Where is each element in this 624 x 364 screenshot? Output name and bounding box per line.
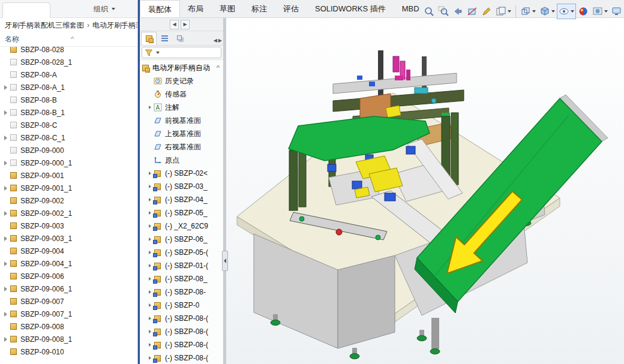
file-list-item[interactable]: SBZP-09-002 xyxy=(0,194,137,207)
file-list-item[interactable]: SBZP-09-000_1 xyxy=(0,157,137,169)
expand-caret-icon[interactable] xyxy=(4,211,7,216)
feature-tree-component[interactable]: (-) SBZP-06_ xyxy=(140,233,223,246)
expand-caret-icon[interactable] xyxy=(149,185,151,188)
file-list-item[interactable]: SBZP-09-006_1 xyxy=(0,282,137,295)
feature-tree-component[interactable]: (-) SBZP-08- xyxy=(140,285,223,299)
file-list-item[interactable]: SBZP-08-028_1 xyxy=(0,56,137,68)
3d-viewport-scene[interactable] xyxy=(224,18,624,364)
expand-caret-icon[interactable] xyxy=(149,224,151,228)
tab-scroll-right-button[interactable]: ▶ xyxy=(218,38,222,43)
tab-annotate[interactable]: 标注 xyxy=(244,0,275,17)
file-list-item[interactable]: SBZP-09-004_1 xyxy=(0,257,137,270)
expand-caret-icon[interactable] xyxy=(149,343,151,347)
expand-caret-icon[interactable] xyxy=(4,136,7,140)
feature-tree-component[interactable]: (-) SBZP-02< xyxy=(140,167,223,180)
zoom-to-area-button[interactable] xyxy=(436,4,451,19)
feature-tree-item[interactable]: 历史记录 xyxy=(140,74,223,88)
expand-caret-icon[interactable] xyxy=(149,317,151,320)
hide-show-items-button[interactable] xyxy=(557,4,576,19)
expand-caret-icon[interactable] xyxy=(149,277,151,281)
expand-caret-icon[interactable] xyxy=(149,211,151,215)
file-list-item[interactable]: SBZP-09-008 xyxy=(0,320,137,333)
panel-collapse-handle[interactable] xyxy=(222,251,228,271)
feature-tree-component[interactable]: (-) SBZP-08-( xyxy=(140,351,223,364)
dynamic-annotation-button[interactable] xyxy=(479,4,494,19)
expand-caret-icon[interactable] xyxy=(149,330,151,333)
feature-tree-item[interactable]: A注解 xyxy=(140,101,223,114)
expand-caret-icon[interactable] xyxy=(149,303,151,307)
feature-tree-item[interactable]: 上视基准面 xyxy=(140,127,223,140)
file-list-item[interactable]: SBZP-08-B_1 xyxy=(0,106,137,119)
organize-button[interactable]: 组织 xyxy=(90,0,119,18)
expand-caret-icon[interactable] xyxy=(4,287,7,291)
feature-tree-component[interactable]: (-) SBZP-01-( xyxy=(140,259,223,272)
feature-tree-item[interactable]: 原点 xyxy=(140,154,223,167)
graphics-area[interactable] xyxy=(224,18,624,364)
apply-scene-button[interactable] xyxy=(590,4,610,19)
tree-scroll-up-icon[interactable]: ^ xyxy=(217,64,220,71)
expand-caret-icon[interactable] xyxy=(4,337,7,342)
feature-tree-component[interactable]: (-) SBZP-08-( xyxy=(140,325,223,338)
expand-caret-icon[interactable] xyxy=(149,290,151,294)
tab-addins[interactable]: SOLIDWORKS 插件 xyxy=(307,0,394,17)
tab-layout[interactable]: 布局 xyxy=(180,0,212,17)
panel-splitter[interactable] xyxy=(224,18,226,364)
file-list-item[interactable]: SBZP-09-001_1 xyxy=(0,182,137,194)
view-orientation-button[interactable] xyxy=(518,4,538,19)
panel-back-button[interactable]: ◀ xyxy=(170,20,179,29)
expand-caret-icon[interactable] xyxy=(4,186,7,191)
file-list-item[interactable]: SBZP-09-003 xyxy=(0,219,137,232)
expand-caret-icon[interactable] xyxy=(149,106,151,109)
breadcrumb-folder[interactable]: 牙刷手柄装配机三维套图 xyxy=(5,20,84,31)
expand-caret-icon[interactable] xyxy=(149,251,151,254)
tab-scroll-left-button[interactable]: ◀ xyxy=(214,38,217,43)
name-column-header[interactable]: 名称 ^ xyxy=(0,32,137,47)
feature-tree-root[interactable]: 电动牙刷手柄自动 ^ xyxy=(140,61,223,74)
file-list-item[interactable]: SBZP-09-003_1 xyxy=(0,232,137,245)
expand-caret-icon[interactable] xyxy=(149,237,151,241)
feature-tree-component[interactable]: (-) SBZP-08-( xyxy=(140,338,223,351)
previous-view-button[interactable] xyxy=(451,4,465,19)
zoom-to-fit-button[interactable] xyxy=(422,4,436,19)
tab-configuration-manager[interactable] xyxy=(172,32,188,45)
expand-caret-icon[interactable] xyxy=(4,85,7,90)
tree-filter-input[interactable] xyxy=(142,47,221,58)
expand-caret-icon[interactable] xyxy=(4,312,7,317)
expand-caret-icon[interactable] xyxy=(149,264,151,267)
expand-caret-icon[interactable] xyxy=(4,261,7,266)
file-list-item[interactable]: SBZP-08-A xyxy=(0,68,137,81)
view-settings-button[interactable] xyxy=(610,4,624,19)
breadcrumb-current[interactable]: 电动牙刷手柄装 xyxy=(92,20,137,31)
feature-tree-component[interactable]: (-) _X2_62C9 xyxy=(140,219,223,233)
expand-caret-icon[interactable] xyxy=(149,198,151,201)
expand-caret-icon[interactable] xyxy=(4,161,7,166)
feature-tree-item[interactable]: 右视基准面 xyxy=(140,140,223,154)
tab-sketch[interactable]: 草图 xyxy=(212,0,244,17)
file-list-item[interactable]: SBZP-08-A_1 xyxy=(0,81,137,94)
feature-tree-item[interactable]: 传感器 xyxy=(140,88,223,101)
file-list-item[interactable]: SBZP-08-C_1 xyxy=(0,131,137,144)
expand-caret-icon[interactable] xyxy=(4,236,7,241)
tab-property-manager[interactable] xyxy=(157,32,172,45)
tab-evaluate[interactable]: 评估 xyxy=(275,0,307,17)
feature-tree-component[interactable]: (-) SBZP-05_ xyxy=(140,206,223,219)
feature-tree-item[interactable]: 前视基准面 xyxy=(140,114,223,127)
file-list-item[interactable]: SBZP-09-002_1 xyxy=(0,207,137,219)
tab-assembly[interactable]: 装配体 xyxy=(140,0,180,17)
file-list-item[interactable]: SBZP-09-006 xyxy=(0,270,137,282)
expand-caret-icon[interactable] xyxy=(149,172,151,175)
file-list-item[interactable]: SBZP-09-000 xyxy=(0,144,137,157)
feature-tree-component[interactable]: (-) SBZP-0 xyxy=(140,299,223,312)
file-list-item[interactable]: SBZP-08-B xyxy=(0,94,137,106)
feature-tree-component[interactable]: (-) SBZP-03_ xyxy=(140,180,223,193)
display-style-button[interactable] xyxy=(538,4,557,19)
file-list-item[interactable]: SBZP-09-008_1 xyxy=(0,333,137,345)
panel-forward-button[interactable]: ▶ xyxy=(181,20,190,29)
sheets-button[interactable] xyxy=(494,4,513,19)
file-list-item[interactable]: SBZP-09-004 xyxy=(0,245,137,257)
tab-feature-manager[interactable] xyxy=(141,32,157,45)
file-list-item[interactable]: SBZP-09-001 xyxy=(0,169,137,182)
explorer-window-tab[interactable] xyxy=(2,2,50,18)
expand-caret-icon[interactable] xyxy=(4,110,7,115)
feature-tree-component[interactable]: (-) SBZP-08-( xyxy=(140,312,223,325)
